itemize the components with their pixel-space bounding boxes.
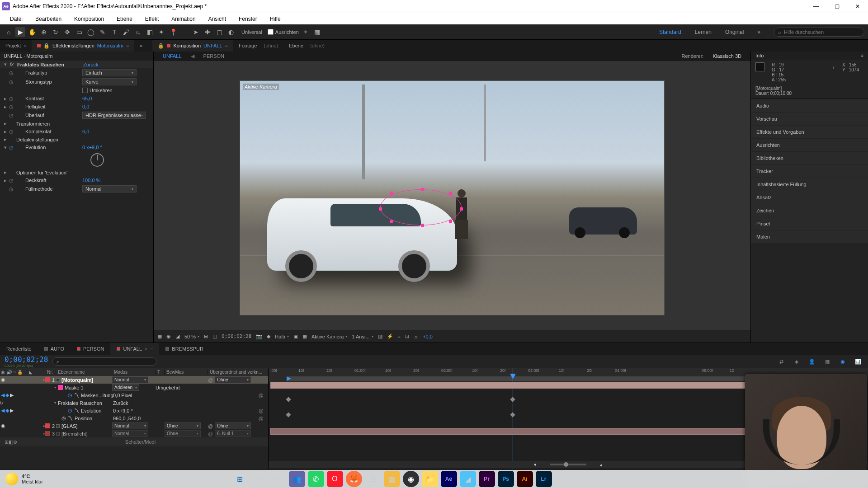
next-kf-icon[interactable]: ▶ xyxy=(10,392,14,398)
zoom-slider[interactable] xyxy=(550,464,586,465)
snapshot-icon[interactable]: 📷 xyxy=(256,333,262,339)
stopwatch-icon[interactable]: ◷ xyxy=(8,186,14,192)
prop-detail[interactable]: Detaileinstellungen xyxy=(8,137,76,142)
keyframe[interactable] xyxy=(286,397,291,402)
tab-person[interactable]: PERSON xyxy=(71,343,110,355)
panel-audio[interactable]: Audio xyxy=(751,99,868,112)
mode-dropdown[interactable]: Normal▾ xyxy=(112,422,148,429)
col-bewmas[interactable]: BewMas xyxy=(165,370,208,375)
start-icon[interactable]: ⊞ xyxy=(232,471,248,487)
breadcrumb-unfall[interactable]: UNFALL xyxy=(163,53,182,59)
mask-feather-icon[interactable]: ◐ xyxy=(226,27,236,37)
keyframe[interactable] xyxy=(286,412,291,417)
mask-invert-label[interactable]: Umgekehrt xyxy=(156,385,180,390)
toggle-brain-icon[interactable]: ⊛ xyxy=(13,439,17,445)
stopwatch-icon[interactable]: ◷ xyxy=(61,415,66,421)
parent-dropdown[interactable]: Ohne▾ xyxy=(215,376,251,383)
channels-icon[interactable]: ◉ xyxy=(166,333,171,339)
expand-icon[interactable]: ▸ xyxy=(3,169,8,175)
weather-widget[interactable]: 4°CMeist klar xyxy=(5,473,43,485)
panel-vorschau[interactable]: Vorschau xyxy=(751,113,868,125)
eye-icon[interactable]: ◉ xyxy=(1,377,5,383)
snap-icon[interactable]: ⌖ xyxy=(301,27,311,37)
prop-row-position[interactable]: ◷〽Position 960,0 ,540,0 @ xyxy=(0,414,268,422)
after-effects-taskbar-icon[interactable]: Ae xyxy=(441,471,457,487)
fx-icon[interactable]: fx xyxy=(8,62,15,67)
home-icon[interactable]: ⌂ xyxy=(4,27,14,37)
fraktaltyp-dropdown[interactable]: Einfach▾ xyxy=(82,69,137,76)
resolution-icon[interactable]: ◪ xyxy=(175,333,180,339)
roto-tool-icon[interactable]: ✦ xyxy=(156,27,166,37)
layer-row-motorqualm[interactable]: ◉ ▸ 1 [Motorqualm] Normal▾ @Ohne▾ xyxy=(0,376,268,384)
selection-tool-icon[interactable]: ▶ xyxy=(15,27,25,37)
prop-evo-options[interactable]: Optionen für 'Evolution' xyxy=(8,170,76,175)
tab-auto[interactable]: AUTO xyxy=(38,343,71,355)
viewport[interactable]: Aktive Kamera xyxy=(154,61,750,330)
exposure-value[interactable]: +0,0 xyxy=(423,334,433,339)
menu-komposition[interactable]: Komposition xyxy=(68,16,110,22)
storungstyp-dropdown[interactable]: Kurve▾ xyxy=(82,78,137,85)
collapse-icon[interactable]: ▾ xyxy=(54,385,56,389)
help-search-input[interactable]: ⌕ Hilfe durchsuchen xyxy=(774,28,864,37)
more-tabs-icon[interactable]: » xyxy=(134,40,148,52)
app-icon-2[interactable]: ▦ xyxy=(384,471,400,487)
umkehren-checkbox[interactable] xyxy=(82,88,88,93)
toggle-modes-icon[interactable]: ◧ xyxy=(9,439,13,445)
col-modus[interactable]: Modus xyxy=(112,370,156,375)
schalter-modi-label[interactable]: Schalter/Modi xyxy=(17,439,264,445)
obs-icon[interactable]: ◉ xyxy=(403,471,419,487)
workspace-more-icon[interactable]: » xyxy=(757,29,760,35)
tab-renderliste[interactable]: Renderliste xyxy=(0,343,38,355)
opera-icon[interactable]: O xyxy=(327,471,343,487)
stopwatch-icon[interactable]: ◷ xyxy=(8,177,14,183)
explorer-icon[interactable]: 📁 xyxy=(422,471,438,487)
evolution-value[interactable]: 0 x+9,0 ° xyxy=(82,145,102,150)
stopwatch-active-icon[interactable]: ◷ xyxy=(8,144,14,150)
panel-zeichen[interactable]: Zeichen xyxy=(751,204,868,217)
panel-bibliotheken[interactable]: Bibliotheken xyxy=(751,152,868,164)
position-value[interactable]: 960,0 ,540,0 xyxy=(113,416,141,421)
col-ebenenname[interactable]: Ebenenname xyxy=(56,370,112,375)
grid-icon[interactable]: ▦ xyxy=(312,27,322,37)
prop-row-evolution[interactable]: ◀◆▶ ◷〽Evolution 0 x+9,0 ° @ xyxy=(0,407,268,414)
prev-kf-icon[interactable]: ◀ xyxy=(1,392,5,398)
transparency-icon[interactable]: ▦ xyxy=(302,333,307,339)
pixel-aspect-icon[interactable]: ▥ xyxy=(378,333,382,339)
zoom-in-icon[interactable]: ▴ xyxy=(600,462,603,468)
timeline-search-input[interactable]: ⌕ xyxy=(52,357,156,366)
app-icon-1[interactable]: ☰ xyxy=(365,471,381,487)
menu-datei[interactable]: Datei xyxy=(4,16,29,22)
alpha-icon[interactable]: ▦ xyxy=(157,333,162,339)
audio-icon[interactable]: 🔊 xyxy=(6,370,12,375)
app-icon-3[interactable]: ◢ xyxy=(460,471,476,487)
pickwhip-icon[interactable]: @ xyxy=(259,416,264,421)
menu-hilfe[interactable]: Hilfe xyxy=(264,16,287,22)
panel-tracker[interactable]: Tracker xyxy=(751,165,868,178)
premiere-icon[interactable]: Pr xyxy=(479,471,495,487)
illustrator-icon[interactable]: Ai xyxy=(517,471,533,487)
mask-color-icon[interactable] xyxy=(58,385,63,390)
teams-icon[interactable]: 👥 xyxy=(289,471,305,487)
expand-icon[interactable]: ▸ xyxy=(3,104,8,110)
expand-icon[interactable]: ▸ xyxy=(3,136,8,142)
panel-absatz[interactable]: Absatz xyxy=(751,191,868,204)
panel-content-fill[interactable]: Inhaltsbasierte Füllung xyxy=(751,178,868,191)
photoshop-icon[interactable]: Ps xyxy=(498,471,514,487)
menu-bearbeiten[interactable]: Bearbeiten xyxy=(29,16,68,22)
convert-vertex-icon[interactable]: ▢ xyxy=(214,27,224,37)
workspace-standard[interactable]: Standard xyxy=(659,29,681,35)
pickwhip-icon[interactable]: @ xyxy=(259,393,264,398)
fraktales-preset[interactable]: Zurück xyxy=(113,400,128,406)
graph-icon[interactable]: 〽 xyxy=(74,393,79,398)
lock-icon[interactable]: 🔒 xyxy=(158,43,164,49)
frame-blend-icon[interactable]: ▦ xyxy=(822,356,833,367)
kontrast-value[interactable]: 65,0 xyxy=(82,96,92,101)
collapse-icon[interactable]: ▾ xyxy=(3,61,8,67)
zoom-out-icon[interactable]: ▾ xyxy=(534,462,537,468)
close-button[interactable]: ✕ xyxy=(847,0,868,13)
panel-menu-icon[interactable]: ≡ xyxy=(225,43,228,48)
draft-3d-icon[interactable]: ◈ xyxy=(791,356,802,367)
puppet-tool-icon[interactable]: 📍 xyxy=(168,27,178,37)
layer-color-icon[interactable] xyxy=(45,377,50,382)
shy-icon[interactable]: 👤 xyxy=(807,356,817,367)
